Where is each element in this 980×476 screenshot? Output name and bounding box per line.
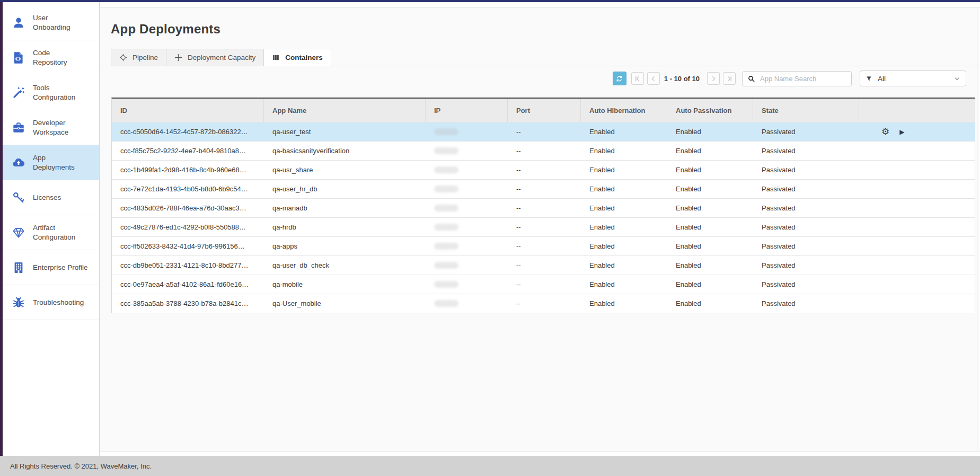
ip-blurred-value [434,262,458,269]
tab[interactable]: Pipeline [111,49,166,66]
magic-wand-icon [12,86,25,100]
cell-state: Passivated [753,275,859,294]
cell-auto-passivation: Enabled [667,161,753,179]
building-icon [12,261,25,275]
page-title: App Deployments [111,22,220,37]
refresh-button[interactable] [613,72,626,85]
cell-port: -- [508,218,581,236]
previous-page-icon [650,75,657,82]
table-row[interactable]: ccc-385aa5ab-3788-4230-b78a-b2841c… qa-U… [112,294,975,313]
tab-label: Deployment Capacity [188,54,255,61]
table-row[interactable]: ccc-4835d026-788f-46ea-a76d-30aac3… qa-m… [112,198,975,217]
cell-auto-hibernation: Enabled [581,180,667,198]
cell-auto-hibernation: Enabled [581,161,667,179]
cell-auto-passivation: Enabled [667,142,753,160]
table-row[interactable]: ccc-c5050d64-1452-4c57-872b-086322… qa-u… [112,122,975,141]
content-bottom-divider [100,452,980,456]
ip-blurred-value [434,243,458,250]
column-header[interactable]: Auto Hibernation [581,99,667,122]
chevron-down-icon [953,75,960,82]
column-header[interactable]: ID [112,99,264,122]
sidebar-item-label: App Deployments [33,153,75,172]
cell-auto-passivation: Enabled [667,237,753,255]
last-page-button[interactable] [723,72,736,85]
tab-label: Containers [285,54,323,61]
cell-auto-hibernation: Enabled [581,237,667,255]
scrollbar-track[interactable] [977,8,977,451]
cell-port: -- [508,256,581,275]
cell-app-name: qa-user_hr_db [264,180,426,198]
sidebar-item[interactable]: User Onboarding [3,5,99,40]
app-name-search-box [742,71,852,86]
table-row[interactable]: ccc-7e72c1da-4193-4b05-b8d0-6b9c54… qa-u… [112,179,975,198]
ip-blurred-value [434,224,458,231]
start-play-icon[interactable]: ▶ [899,129,904,135]
sidebar-item[interactable]: Developer Workspace [3,110,99,145]
columns-icon [272,54,280,61]
copyright-text: All Rights Reserved. © 2021, WaveMaker, … [10,462,152,470]
cell-auto-passivation: Enabled [667,199,753,217]
cell-port: -- [508,275,581,294]
cell-app-name: qa-mobile [264,275,426,294]
cell-actions: ⚙ ▶ [859,294,975,313]
cell-actions: ⚙ ▶ [859,161,975,179]
sidebar-item[interactable]: Artifact Configuration [3,215,99,250]
sidebar-item[interactable]: Enterprise Profile [3,250,99,285]
tab-label: Pipeline [133,54,158,61]
last-page-icon [726,75,733,82]
cell-app-name: qa-usr_share [264,161,426,179]
table-row[interactable]: ccc-f85c75c2-9232-4ee7-b404-9810a8… qa-b… [112,141,975,160]
pagination-range-text: 1 - 10 of 10 [664,75,700,83]
sidebar-item[interactable]: Troubleshooting [3,285,99,320]
settings-gear-icon[interactable]: ⚙ [881,127,889,136]
first-page-button[interactable] [631,72,644,85]
next-page-button[interactable] [707,72,720,85]
column-header[interactable]: App Name [264,99,426,122]
column-header[interactable]: State [753,99,859,122]
sidebar-item[interactable]: App Deployments [3,145,99,180]
column-header[interactable]: IP [426,99,508,122]
key-icon [12,191,25,205]
filter-dropdown[interactable]: All [860,70,966,86]
cell-ip [426,275,508,294]
column-header[interactable] [859,99,975,122]
cell-auto-hibernation: Enabled [581,122,667,141]
cell-auto-passivation: Enabled [667,275,753,294]
search-icon [747,75,755,83]
sidebar-item-label: Licenses [33,193,61,202]
cell-id: ccc-ff502633-8432-41d4-97b6-996156… [112,237,264,255]
sidebar-item[interactable]: Code Repository [3,40,99,75]
cell-id: ccc-385aa5ab-3788-4230-b78a-b2841c… [112,294,264,313]
previous-page-button[interactable] [647,72,660,85]
ip-blurred-value [434,300,458,307]
funnel-icon [866,75,872,82]
cell-state: Passivated [753,161,859,179]
sidebar-item-label: User Onboarding [33,13,70,32]
cell-auto-passivation: Enabled [667,180,753,198]
column-header[interactable]: Port [508,99,581,122]
cell-auto-hibernation: Enabled [581,294,667,313]
cell-app-name: qa-User_mobile [264,294,426,313]
cell-ip [426,294,508,313]
cell-ip [426,218,508,236]
cell-id: ccc-c5050d64-1452-4c57-872b-086322… [112,122,264,141]
cell-auto-hibernation: Enabled [581,256,667,275]
cell-actions: ⚙ ▶ [859,256,975,275]
tab[interactable]: Deployment Capacity [166,49,263,66]
table-row[interactable]: ccc-0e97aea4-a5af-4102-86a1-fd60e16… qa-… [112,275,975,294]
cell-ip [426,142,508,160]
search-input[interactable] [759,74,846,83]
table-row[interactable]: ccc-49c27876-ed1c-4292-b0f8-550588… qa-h… [112,217,975,236]
containers-table: ID App Name IP Port Auto Hibernation Aut… [111,98,975,313]
table-row[interactable]: ccc-1b499fa1-2d98-416b-8c4b-960e68… qa-u… [112,160,975,179]
move-icon [174,54,182,61]
cell-auto-passivation: Enabled [667,256,753,275]
cell-app-name: qa-user_db_check [264,256,426,275]
tab[interactable]: Containers [263,49,331,66]
cell-ip [426,199,508,217]
column-header[interactable]: Auto Passivation [667,99,753,122]
sidebar-item[interactable]: Tools Configuration [3,75,99,110]
table-row[interactable]: ccc-db9be051-2331-4121-8c10-8bd277… qa-u… [112,255,975,275]
sidebar-item[interactable]: Licenses [3,180,99,215]
table-row[interactable]: ccc-ff502633-8432-41d4-97b6-996156… qa-a… [112,236,975,255]
